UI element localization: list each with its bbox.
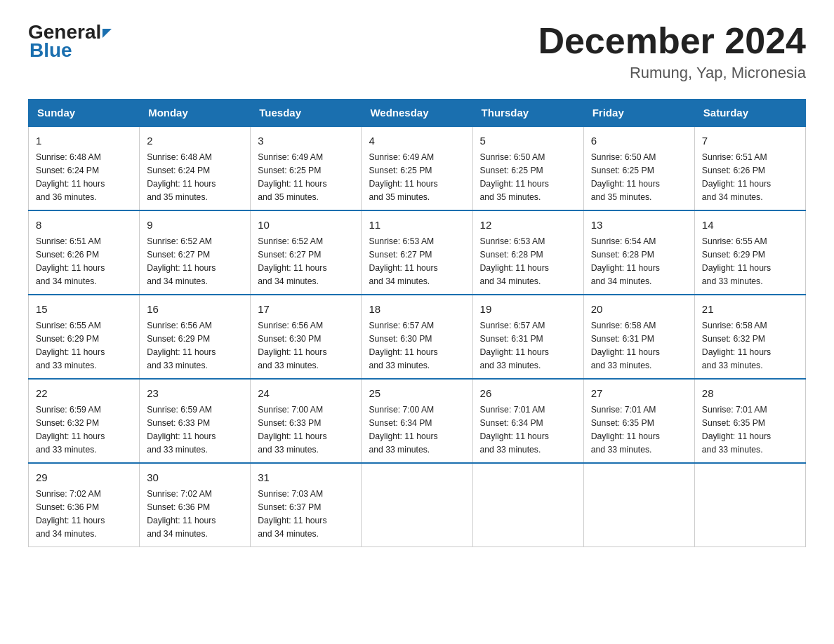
day-number: 24 <box>258 385 354 401</box>
day-info: Sunrise: 6:57 AM Sunset: 6:30 PM Dayligh… <box>369 319 465 373</box>
logo-blue-text: Blue <box>28 39 72 62</box>
calendar-cell: 29Sunrise: 7:02 AM Sunset: 6:36 PM Dayli… <box>29 463 140 546</box>
calendar-cell: 13Sunrise: 6:54 AM Sunset: 6:28 PM Dayli… <box>583 210 694 295</box>
calendar-cell: 21Sunrise: 6:58 AM Sunset: 6:32 PM Dayli… <box>694 295 805 379</box>
day-number: 20 <box>591 301 687 317</box>
day-info: Sunrise: 6:53 AM Sunset: 6:28 PM Dayligh… <box>480 235 576 288</box>
day-number: 31 <box>258 469 354 485</box>
day-number: 10 <box>258 217 354 233</box>
day-info: Sunrise: 6:56 AM Sunset: 6:29 PM Dayligh… <box>147 319 243 373</box>
title-area: December 2024 Rumung, Yap, Micronesia <box>538 21 806 82</box>
day-info: Sunrise: 7:01 AM Sunset: 6:35 PM Dayligh… <box>702 403 798 457</box>
calendar-body: 1Sunrise: 6:48 AM Sunset: 6:24 PM Daylig… <box>29 126 806 546</box>
calendar-cell: 20Sunrise: 6:58 AM Sunset: 6:31 PM Dayli… <box>583 295 694 379</box>
day-number: 21 <box>702 301 798 317</box>
day-number: 2 <box>147 133 243 149</box>
calendar-cell: 4Sunrise: 6:49 AM Sunset: 6:25 PM Daylig… <box>362 126 472 210</box>
calendar-cell: 3Sunrise: 6:49 AM Sunset: 6:25 PM Daylig… <box>251 126 362 210</box>
day-number: 7 <box>702 133 798 149</box>
day-info: Sunrise: 6:52 AM Sunset: 6:27 PM Dayligh… <box>147 235 243 288</box>
calendar-cell: 30Sunrise: 7:02 AM Sunset: 6:36 PM Dayli… <box>140 463 251 546</box>
calendar-cell: 10Sunrise: 6:52 AM Sunset: 6:27 PM Dayli… <box>251 210 362 295</box>
day-info: Sunrise: 6:55 AM Sunset: 6:29 PM Dayligh… <box>36 319 132 373</box>
day-info: Sunrise: 7:03 AM Sunset: 6:37 PM Dayligh… <box>258 488 354 541</box>
calendar-cell: 5Sunrise: 6:50 AM Sunset: 6:25 PM Daylig… <box>472 126 583 210</box>
day-info: Sunrise: 6:58 AM Sunset: 6:31 PM Dayligh… <box>591 319 687 373</box>
day-info: Sunrise: 6:59 AM Sunset: 6:33 PM Dayligh… <box>147 403 243 457</box>
calendar-cell: 18Sunrise: 6:57 AM Sunset: 6:30 PM Dayli… <box>362 295 472 379</box>
day-number: 6 <box>591 133 687 149</box>
calendar-cell: 24Sunrise: 7:00 AM Sunset: 6:33 PM Dayli… <box>251 379 362 463</box>
day-info: Sunrise: 6:57 AM Sunset: 6:31 PM Dayligh… <box>480 319 576 373</box>
day-info: Sunrise: 6:50 AM Sunset: 6:25 PM Dayligh… <box>480 151 576 204</box>
day-number: 29 <box>36 469 132 485</box>
header-wednesday: Wednesday <box>362 100 472 127</box>
header-thursday: Thursday <box>472 100 583 127</box>
day-number: 19 <box>480 301 576 317</box>
day-info: Sunrise: 7:01 AM Sunset: 6:35 PM Dayligh… <box>591 403 687 457</box>
header-sunday: Sunday <box>29 100 140 127</box>
calendar-cell: 19Sunrise: 6:57 AM Sunset: 6:31 PM Dayli… <box>472 295 583 379</box>
day-number: 9 <box>147 217 243 233</box>
logo-triangle-icon <box>102 29 112 38</box>
calendar-cell <box>694 463 805 546</box>
calendar-cell: 2Sunrise: 6:48 AM Sunset: 6:24 PM Daylig… <box>140 126 251 210</box>
calendar-cell: 26Sunrise: 7:01 AM Sunset: 6:34 PM Dayli… <box>472 379 583 463</box>
day-number: 11 <box>369 217 465 233</box>
day-number: 3 <box>258 133 354 149</box>
calendar-week-5: 29Sunrise: 7:02 AM Sunset: 6:36 PM Dayli… <box>29 463 806 546</box>
page-header: General Blue December 2024 Rumung, Yap, … <box>28 21 806 82</box>
day-info: Sunrise: 7:01 AM Sunset: 6:34 PM Dayligh… <box>480 403 576 457</box>
month-title: December 2024 <box>538 21 806 61</box>
day-number: 13 <box>591 217 687 233</box>
calendar-cell: 25Sunrise: 7:00 AM Sunset: 6:34 PM Dayli… <box>362 379 472 463</box>
calendar-week-1: 1Sunrise: 6:48 AM Sunset: 6:24 PM Daylig… <box>29 126 806 210</box>
calendar-cell: 9Sunrise: 6:52 AM Sunset: 6:27 PM Daylig… <box>140 210 251 295</box>
day-info: Sunrise: 6:49 AM Sunset: 6:25 PM Dayligh… <box>258 151 354 204</box>
calendar-cell: 8Sunrise: 6:51 AM Sunset: 6:26 PM Daylig… <box>29 210 140 295</box>
calendar-cell: 28Sunrise: 7:01 AM Sunset: 6:35 PM Dayli… <box>694 379 805 463</box>
header-friday: Friday <box>583 100 694 127</box>
day-info: Sunrise: 6:54 AM Sunset: 6:28 PM Dayligh… <box>591 235 687 288</box>
calendar-cell: 6Sunrise: 6:50 AM Sunset: 6:25 PM Daylig… <box>583 126 694 210</box>
day-info: Sunrise: 6:51 AM Sunset: 6:26 PM Dayligh… <box>36 235 132 288</box>
calendar-header: Sunday Monday Tuesday Wednesday Thursday… <box>29 100 806 127</box>
day-info: Sunrise: 6:51 AM Sunset: 6:26 PM Dayligh… <box>702 151 798 204</box>
day-info: Sunrise: 6:49 AM Sunset: 6:25 PM Dayligh… <box>369 151 465 204</box>
day-number: 16 <box>147 301 243 317</box>
day-number: 27 <box>591 385 687 401</box>
location-title: Rumung, Yap, Micronesia <box>538 64 806 82</box>
day-number: 4 <box>369 133 465 149</box>
day-info: Sunrise: 7:00 AM Sunset: 6:33 PM Dayligh… <box>258 403 354 457</box>
calendar-table: Sunday Monday Tuesday Wednesday Thursday… <box>28 99 806 546</box>
header-row: Sunday Monday Tuesday Wednesday Thursday… <box>29 100 806 127</box>
day-info: Sunrise: 6:58 AM Sunset: 6:32 PM Dayligh… <box>702 319 798 373</box>
day-number: 14 <box>702 217 798 233</box>
day-number: 30 <box>147 469 243 485</box>
day-number: 12 <box>480 217 576 233</box>
calendar-cell: 7Sunrise: 6:51 AM Sunset: 6:26 PM Daylig… <box>694 126 805 210</box>
calendar-cell: 17Sunrise: 6:56 AM Sunset: 6:30 PM Dayli… <box>251 295 362 379</box>
calendar-cell: 12Sunrise: 6:53 AM Sunset: 6:28 PM Dayli… <box>472 210 583 295</box>
calendar-cell: 22Sunrise: 6:59 AM Sunset: 6:32 PM Dayli… <box>29 379 140 463</box>
day-number: 15 <box>36 301 132 317</box>
day-info: Sunrise: 7:02 AM Sunset: 6:36 PM Dayligh… <box>147 488 243 541</box>
day-info: Sunrise: 6:52 AM Sunset: 6:27 PM Dayligh… <box>258 235 354 288</box>
day-info: Sunrise: 6:55 AM Sunset: 6:29 PM Dayligh… <box>702 235 798 288</box>
day-number: 17 <box>258 301 354 317</box>
calendar-cell: 14Sunrise: 6:55 AM Sunset: 6:29 PM Dayli… <box>694 210 805 295</box>
logo: General Blue <box>28 21 112 62</box>
day-number: 22 <box>36 385 132 401</box>
day-info: Sunrise: 6:48 AM Sunset: 6:24 PM Dayligh… <box>147 151 243 204</box>
calendar-cell: 23Sunrise: 6:59 AM Sunset: 6:33 PM Dayli… <box>140 379 251 463</box>
day-number: 26 <box>480 385 576 401</box>
day-info: Sunrise: 6:59 AM Sunset: 6:32 PM Dayligh… <box>36 403 132 457</box>
calendar-cell <box>472 463 583 546</box>
header-monday: Monday <box>140 100 251 127</box>
day-info: Sunrise: 6:56 AM Sunset: 6:30 PM Dayligh… <box>258 319 354 373</box>
calendar-cell: 11Sunrise: 6:53 AM Sunset: 6:27 PM Dayli… <box>362 210 472 295</box>
day-number: 23 <box>147 385 243 401</box>
calendar-week-2: 8Sunrise: 6:51 AM Sunset: 6:26 PM Daylig… <box>29 210 806 295</box>
calendar-cell: 1Sunrise: 6:48 AM Sunset: 6:24 PM Daylig… <box>29 126 140 210</box>
day-number: 5 <box>480 133 576 149</box>
